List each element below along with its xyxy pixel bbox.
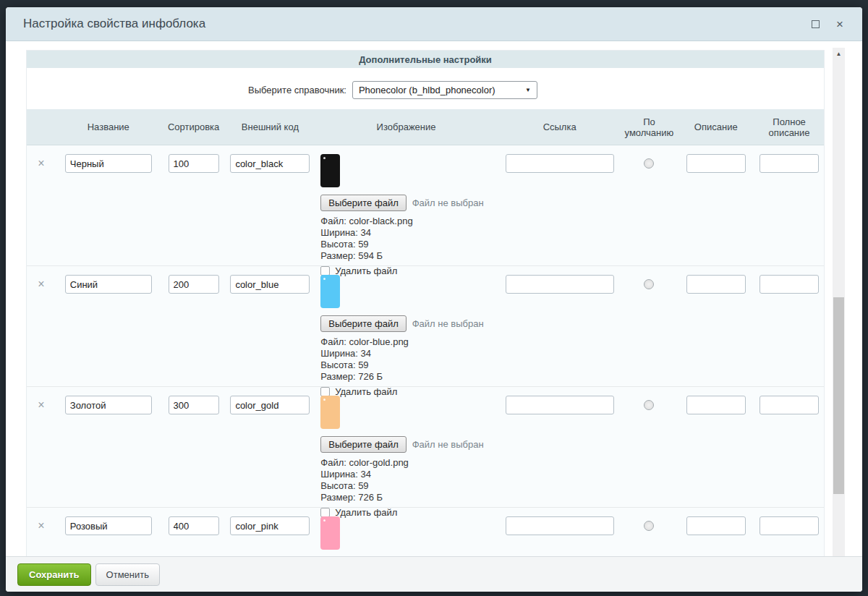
column-header-full-description: Полное описание [754, 116, 824, 138]
close-button[interactable]: × [830, 14, 849, 33]
delete-row-icon[interactable]: × [38, 154, 44, 173]
no-file-chosen-label: Файл не выбран [412, 318, 484, 329]
column-header-code: Внешний код [226, 122, 315, 132]
no-file-chosen-label: Файл не выбран [412, 439, 484, 450]
external-code-input[interactable] [230, 396, 310, 414]
file-name: Файл: color-black.png [320, 216, 498, 227]
save-button[interactable]: Сохранить [17, 563, 91, 586]
name-input[interactable] [65, 396, 152, 414]
dialog-title: Настройка свойства инфоблока [23, 17, 800, 31]
file-size: Размер: 726 Б [320, 371, 498, 383]
file-info: Файл: color-gold.png Ширина: 34 Высота: … [320, 457, 498, 503]
column-header-default: По умолчанию [621, 116, 678, 138]
file-name: Файл: color-blue.png [320, 336, 498, 348]
name-input[interactable] [65, 154, 152, 173]
link-input[interactable] [506, 275, 614, 294]
description-input[interactable] [686, 275, 746, 294]
file-info: Файл: color-black.png Ширина: 34 Высота:… [320, 216, 498, 262]
column-header-image: Изображение [314, 122, 498, 132]
default-radio[interactable] [644, 279, 654, 289]
link-input[interactable] [506, 154, 614, 173]
full-description-input[interactable] [760, 516, 819, 535]
dialog-titlebar: Настройка свойства инфоблока × [6, 7, 862, 41]
default-radio[interactable] [644, 521, 654, 531]
color-swatch-image [320, 154, 340, 187]
reference-select[interactable]: Phonecolor (b_hlbd_phonecolor) ▼ [352, 81, 537, 99]
cancel-button[interactable]: Отменить [95, 563, 160, 586]
reference-select-label: Выберите справочник: [248, 85, 346, 95]
values-table: Название Сортировка Внешний код Изображе… [27, 109, 824, 557]
column-header-sort: Сортировка [161, 122, 226, 132]
file-width: Ширина: 34 [320, 469, 498, 480]
default-radio[interactable] [644, 400, 654, 410]
delete-row-icon[interactable]: × [38, 275, 44, 294]
close-icon: × [836, 18, 843, 30]
scrollbar-thumb[interactable] [833, 297, 844, 494]
default-radio[interactable] [644, 158, 654, 169]
sort-input[interactable] [169, 396, 219, 414]
reference-select-row: Выберите справочник: Phonecolor (b_hlbd_… [26, 81, 791, 99]
full-description-input[interactable] [760, 154, 819, 173]
file-size: Размер: 726 Б [320, 492, 498, 503]
choose-file-button[interactable]: Выберите файл [320, 436, 406, 453]
file-height: Высота: 59 [320, 480, 498, 492]
name-input[interactable] [65, 516, 152, 535]
choose-file-button[interactable]: Выберите файл [320, 195, 406, 211]
full-description-input[interactable] [760, 396, 819, 414]
file-name: Файл: color-gold.png [320, 457, 498, 469]
table-row: × Выберите файл Файл не выбран Файл: col… [27, 266, 824, 387]
sort-input[interactable] [169, 275, 219, 294]
reference-select-value: Phonecolor (b_hlbd_phonecolor) [359, 85, 525, 95]
sort-input[interactable] [169, 516, 219, 535]
table-row: × Выберите файл Файл не выбран Файл: col… [27, 145, 824, 266]
external-code-input[interactable] [230, 154, 310, 173]
column-header-name: Название [56, 122, 161, 132]
no-file-chosen-label: Файл не выбран [412, 197, 484, 208]
color-swatch-image [320, 275, 340, 308]
delete-row-icon[interactable]: × [38, 516, 44, 535]
sort-input[interactable] [169, 154, 219, 173]
delete-row-icon[interactable]: × [38, 396, 44, 414]
description-input[interactable] [686, 154, 746, 173]
table-header-row: Название Сортировка Внешний код Изображе… [27, 109, 824, 145]
full-description-input[interactable] [760, 275, 819, 294]
description-input[interactable] [686, 396, 746, 414]
external-code-input[interactable] [230, 275, 310, 294]
file-size: Размер: 594 Б [320, 250, 498, 262]
file-width: Ширина: 34 [320, 227, 498, 239]
maximize-button[interactable] [806, 14, 825, 33]
choose-file-button[interactable]: Выберите файл [320, 315, 406, 332]
column-header-description: Описание [677, 122, 754, 132]
additional-settings-header: Дополнительные настройки [27, 51, 824, 68]
vertical-scrollbar[interactable]: ▲ ▼ [833, 48, 845, 568]
description-input[interactable] [686, 516, 746, 535]
chevron-down-icon: ▼ [525, 87, 531, 93]
maximize-icon [812, 20, 820, 28]
color-swatch-image [320, 516, 340, 550]
column-header-link: Ссылка [498, 122, 621, 132]
dialog-footer: Сохранить Отменить [6, 556, 862, 592]
link-input[interactable] [506, 396, 614, 414]
file-width: Ширина: 34 [320, 348, 498, 359]
file-info: Файл: color-blue.png Ширина: 34 Высота: … [320, 336, 498, 383]
settings-panel: Дополнительные настройки Выберите справо… [26, 50, 825, 557]
link-input[interactable] [506, 516, 614, 535]
name-input[interactable] [65, 275, 152, 294]
external-code-input[interactable] [230, 516, 310, 535]
file-height: Высота: 59 [320, 359, 498, 371]
infoblock-property-settings-dialog: Настройка свойства инфоблока × Дополните… [6, 7, 862, 592]
scroll-up-icon[interactable]: ▲ [833, 48, 845, 60]
file-height: Высота: 59 [320, 239, 498, 250]
color-swatch-image [320, 396, 340, 429]
table-row: × Выберите файл Файл не выбран Файл: col… [27, 387, 824, 508]
